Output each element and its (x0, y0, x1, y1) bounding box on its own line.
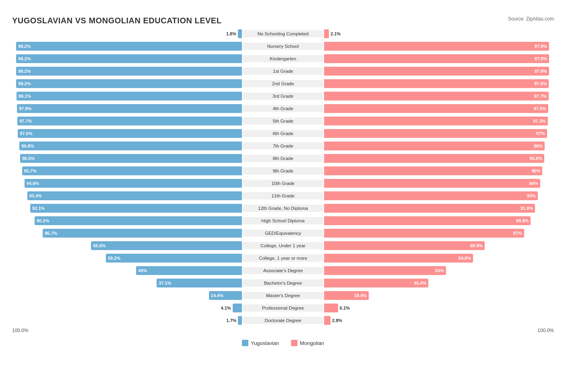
bar-right-value: 93% (527, 193, 536, 198)
bar-right-half: 6.1% (323, 304, 554, 312)
yugoslavian-swatch (242, 340, 248, 346)
bar-blue: 97.7% (17, 117, 242, 125)
bar-row: 98.2%Kindergarten97.9% (12, 53, 554, 64)
bar-pink: 64.8% (324, 254, 473, 263)
bar-right-value: 87% (513, 231, 522, 236)
bar-right-half: 53% (323, 266, 554, 275)
bar-row: 97.5%6th Grade97% (12, 128, 554, 139)
bar-label: 6th Grade (243, 130, 323, 137)
bar-right-value: 97.5% (534, 106, 546, 111)
bar-row: 86.7%GED/Equivalency87% (12, 228, 554, 239)
bar-left-value: 92.1% (32, 206, 45, 211)
bar-row: 1.8%No Schooling Completed2.1% (12, 28, 554, 39)
bar-pink: 97.7% (324, 92, 549, 101)
bar-left-value: 90.2% (37, 218, 49, 223)
bar-right-half: 91.8% (323, 204, 554, 213)
bar-pink (324, 29, 329, 38)
bar-blue: 86.7% (43, 229, 242, 238)
chart-title: YUGOSLAVIAN VS MONGOLIAN EDUCATION LEVEL (12, 16, 221, 25)
bar-label: Bachelor's Degree (243, 279, 323, 287)
footer-right-label: 100.0% (537, 328, 554, 333)
bar-right-value: 97.9% (535, 56, 547, 61)
bar-right-half: 89.9% (323, 216, 554, 225)
bar-pink (324, 304, 338, 312)
bar-row: 98.1%3rd Grade97.7% (12, 90, 554, 102)
bar-blue: 98.2% (16, 79, 242, 88)
bar-row: 98.2%Nursery School97.9% (12, 41, 554, 52)
bar-left-half: 86.7% (12, 229, 243, 238)
bar-right-half: 87% (323, 229, 554, 238)
bar-pink (324, 316, 331, 325)
bar-left-value: 37.1% (159, 281, 171, 285)
bar-blue: 98.2% (16, 42, 242, 51)
bar-blue: 37.1% (157, 279, 242, 287)
bar-right-half: 97% (323, 129, 554, 138)
bar-blue (238, 29, 242, 38)
bar-pink: 97.3% (324, 117, 548, 125)
bar-blue: 93.4% (27, 191, 242, 200)
bar-left-value: 98.2% (18, 81, 31, 86)
bar-label: Associate's Degree (243, 267, 323, 274)
bar-left-value: 1.8% (226, 31, 236, 36)
bar-right-half: 2.8% (323, 316, 554, 325)
bar-blue: 97.5% (18, 129, 242, 138)
bar-blue (238, 316, 242, 325)
bar-right-half: 97.5% (323, 104, 554, 113)
footer-labels: 100.0% 100.0% (12, 328, 554, 333)
bar-row: 95.7%9th Grade95% (12, 165, 554, 177)
bar-left-value: 98.2% (18, 44, 31, 49)
bar-right-value: 89.9% (516, 218, 529, 223)
mongolian-label: Mongolian (300, 340, 324, 346)
mongolian-swatch (291, 340, 297, 346)
bar-right-half: 97.9% (323, 67, 554, 76)
bar-pink: 69.9% (324, 241, 485, 250)
bar-left-half: 46% (12, 266, 243, 275)
bar-right-value: 95% (531, 168, 540, 173)
bar-right-value: 45.4% (414, 281, 426, 285)
bar-row: 65.6%College, Under 1 year69.9% (12, 240, 554, 251)
footer-left-label: 100.0% (12, 328, 29, 333)
bar-blue: 98.2% (16, 54, 242, 63)
bar-right-half: 95.8% (323, 154, 554, 163)
bar-row: 46%Associate's Degree53% (12, 265, 554, 276)
legend-mongolian: Mongolian (291, 340, 324, 346)
bar-left-value: 97.7% (19, 119, 32, 123)
bar-label: College, 1 year or more (243, 254, 323, 262)
bar-row: 14.4%Master's Degree19.4% (12, 290, 554, 301)
bar-pink: 96% (324, 142, 545, 150)
bar-label: 5th Grade (243, 117, 323, 125)
bar-label: 7th Grade (243, 142, 323, 150)
bar-blue: 98.1% (17, 92, 242, 101)
bar-right-half: 96% (323, 142, 554, 150)
bar-row: 93.4%11th Grade93% (12, 190, 554, 201)
bar-right-value: 97.3% (533, 119, 545, 123)
bar-pink: 93% (324, 191, 538, 200)
bar-pink: 97.8% (324, 79, 549, 88)
bar-right-half: 93% (323, 191, 554, 200)
bar-label: No Schooling Completed (243, 30, 323, 37)
bar-left-half: 98.2% (12, 42, 243, 51)
bar-left-value: 4.1% (221, 306, 231, 310)
bar-pink: 97.5% (324, 104, 548, 113)
bar-right-half: 2.1% (323, 29, 554, 38)
bar-row: 37.1%Bachelor's Degree45.4% (12, 277, 554, 289)
bar-left-value: 95.7% (24, 168, 37, 173)
bar-left-half: 65.6% (12, 241, 243, 250)
bar-blue: 95.7% (22, 166, 242, 175)
bar-row: 96.5%8th Grade95.8% (12, 153, 554, 164)
bar-right-value: 64.8% (459, 256, 471, 261)
bar-blue: 94.6% (25, 179, 242, 188)
bar-left-half: 97.5% (12, 129, 243, 138)
bar-pink: 95.8% (324, 154, 544, 163)
bar-right-value: 6.1% (340, 306, 350, 310)
bar-right-half: 19.4% (323, 291, 554, 300)
bar-row: 97.7%5th Grade97.3% (12, 115, 554, 127)
bar-pink: 97.9% (324, 42, 549, 51)
bar-pink: 97% (324, 129, 547, 138)
bar-blue: 96.5% (20, 154, 242, 163)
bar-blue: 59.2% (106, 254, 242, 263)
bar-left-half: 37.1% (12, 279, 243, 287)
bar-left-value: 59.2% (108, 256, 120, 261)
bar-right-half: 97.7% (323, 92, 554, 101)
bar-row: 1.7%Doctorate Degree2.8% (12, 315, 554, 326)
